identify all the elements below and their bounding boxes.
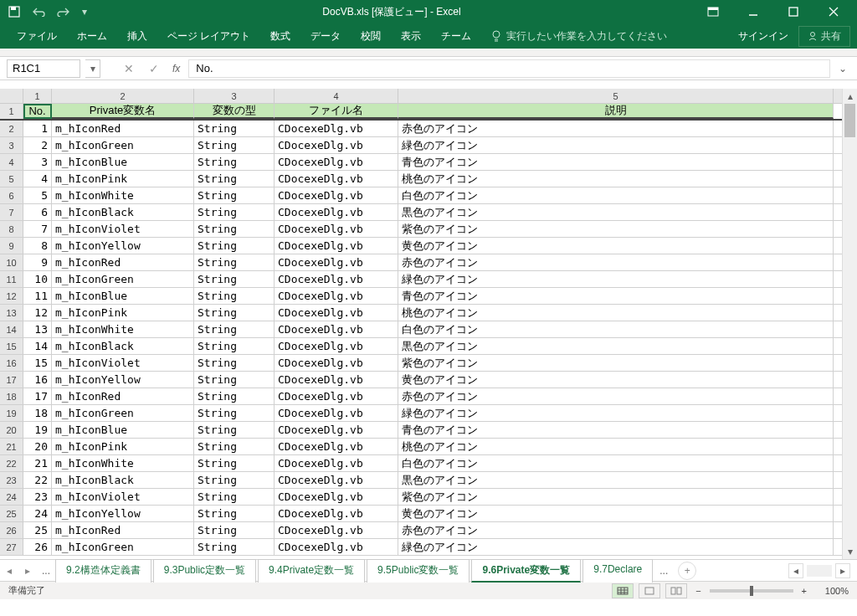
cell[interactable]: 赤色のアイコン [398, 522, 834, 538]
cell[interactable]: 赤色のアイコン [398, 121, 834, 136]
save-icon[interactable] [8, 6, 20, 18]
cell[interactable]: m_hIconPink [52, 439, 194, 454]
cell[interactable]: 3 [23, 154, 52, 170]
cell[interactable]: m_hIconBlack [52, 472, 194, 488]
ribbon-tab[interactable]: 数式 [260, 24, 300, 49]
cell[interactable]: CDocexeDlg.vb [275, 288, 398, 304]
cell[interactable]: m_hIconViolet [52, 221, 194, 237]
cell[interactable]: String [194, 439, 275, 454]
formula-expand-icon[interactable]: ⌄ [835, 59, 850, 78]
cell[interactable]: 紫色のアイコン [398, 355, 834, 371]
zoom-slider[interactable] [710, 589, 793, 593]
cell[interactable]: 11 [23, 288, 52, 304]
cell[interactable]: m_hIconBlue [52, 288, 194, 304]
close-button[interactable] [817, 0, 850, 23]
row-header[interactable]: 14 [0, 321, 23, 337]
zoom-level[interactable]: 100% [815, 586, 849, 596]
tell-me[interactable]: 実行したい作業を入力してください [491, 29, 667, 44]
cell[interactable]: 25 [23, 522, 52, 538]
formula-input[interactable] [188, 59, 830, 78]
cell[interactable]: String [194, 171, 275, 187]
cell[interactable]: String [194, 388, 275, 404]
cell[interactable]: CDocexeDlg.vb [275, 321, 398, 337]
scroll-up-icon[interactable]: ▴ [843, 89, 857, 104]
cell[interactable]: 青色のアイコン [398, 154, 834, 170]
row-header[interactable]: 25 [0, 506, 23, 521]
cell[interactable]: 19 [23, 422, 52, 438]
row-header[interactable]: 15 [0, 338, 23, 354]
cell[interactable]: String [194, 187, 275, 203]
undo-icon[interactable] [32, 7, 45, 17]
cell[interactable]: String [194, 221, 275, 237]
cell[interactable]: 1 [23, 121, 52, 136]
sheet-tab[interactable]: 9.7Declare [582, 559, 653, 583]
row-header[interactable]: 10 [0, 254, 23, 270]
header-cell[interactable]: ファイル名 [275, 104, 398, 119]
cell[interactable]: 18 [23, 405, 52, 421]
cell[interactable]: CDocexeDlg.vb [275, 137, 398, 153]
row-header[interactable]: 17 [0, 372, 23, 388]
cell[interactable]: 白色のアイコン [398, 455, 834, 471]
cell[interactable]: m_hIconBlack [52, 338, 194, 354]
cell[interactable]: 9 [23, 254, 52, 270]
cell[interactable]: 黒色のアイコン [398, 472, 834, 488]
cell[interactable]: String [194, 254, 275, 270]
row-header[interactable]: 3 [0, 137, 23, 153]
redo-icon[interactable] [57, 7, 70, 17]
row-header[interactable]: 19 [0, 405, 23, 421]
header-cell[interactable]: 変数の型 [194, 104, 275, 119]
cell[interactable]: m_hIconWhite [52, 187, 194, 203]
cell[interactable]: 白色のアイコン [398, 321, 834, 337]
cell[interactable]: m_hIconRed [52, 121, 194, 136]
cell[interactable]: m_hIconGreen [52, 271, 194, 287]
row-header[interactable]: 4 [0, 154, 23, 170]
row-header[interactable]: 8 [0, 221, 23, 237]
ribbon-tab[interactable]: データ [300, 24, 351, 49]
cell[interactable]: CDocexeDlg.vb [275, 254, 398, 270]
cell[interactable]: 22 [23, 472, 52, 488]
cell[interactable]: String [194, 137, 275, 153]
scroll-thumb[interactable] [844, 104, 855, 137]
cell[interactable]: 紫色のアイコン [398, 489, 834, 505]
cell[interactable]: 黄色のアイコン [398, 238, 834, 254]
zoom-out-button[interactable]: − [692, 586, 704, 596]
cell[interactable]: 桃色のアイコン [398, 439, 834, 454]
header-cell[interactable]: 説明 [398, 104, 834, 119]
cell[interactable]: 赤色のアイコン [398, 254, 834, 270]
sign-in-link[interactable]: サインイン [738, 29, 788, 44]
col-header[interactable]: 5 [398, 89, 834, 103]
col-header[interactable]: 1 [23, 89, 52, 103]
name-box-dropdown-icon[interactable]: ▾ [85, 59, 100, 78]
horizontal-scrollbar[interactable]: ◂ ▸ [788, 563, 857, 578]
cell[interactable]: m_hIconPink [52, 171, 194, 187]
maximize-button[interactable] [777, 0, 810, 23]
cell[interactable]: CDocexeDlg.vb [275, 539, 398, 555]
row-header[interactable]: 1 [0, 104, 23, 119]
hscroll-track[interactable] [807, 565, 832, 577]
cell[interactable]: 青色のアイコン [398, 288, 834, 304]
vertical-scrollbar[interactable]: ▴ ▾ [842, 89, 857, 559]
cell[interactable]: CDocexeDlg.vb [275, 171, 398, 187]
cell[interactable]: 26 [23, 539, 52, 555]
select-all-corner[interactable] [0, 89, 23, 103]
cell[interactable]: m_hIconBlue [52, 154, 194, 170]
share-button[interactable]: 共有 [798, 26, 850, 47]
ribbon-tab[interactable]: 挿入 [117, 24, 157, 49]
zoom-in-button[interactable]: + [798, 586, 810, 596]
cell[interactable]: m_hIconBlack [52, 204, 194, 220]
cell[interactable]: String [194, 154, 275, 170]
cell[interactable]: CDocexeDlg.vb [275, 204, 398, 220]
cell[interactable]: CDocexeDlg.vb [275, 405, 398, 421]
cell[interactable]: 5 [23, 187, 52, 203]
cell[interactable]: m_hIconViolet [52, 355, 194, 371]
row-header[interactable]: 5 [0, 171, 23, 187]
cell[interactable]: CDocexeDlg.vb [275, 271, 398, 287]
cell[interactable]: CDocexeDlg.vb [275, 522, 398, 538]
cell[interactable]: m_hIconGreen [52, 137, 194, 153]
cell[interactable]: String [194, 506, 275, 521]
cell[interactable]: 赤色のアイコン [398, 388, 834, 404]
cell[interactable]: CDocexeDlg.vb [275, 221, 398, 237]
cell[interactable]: String [194, 489, 275, 505]
cell[interactable]: 緑色のアイコン [398, 271, 834, 287]
cell[interactable]: CDocexeDlg.vb [275, 372, 398, 388]
